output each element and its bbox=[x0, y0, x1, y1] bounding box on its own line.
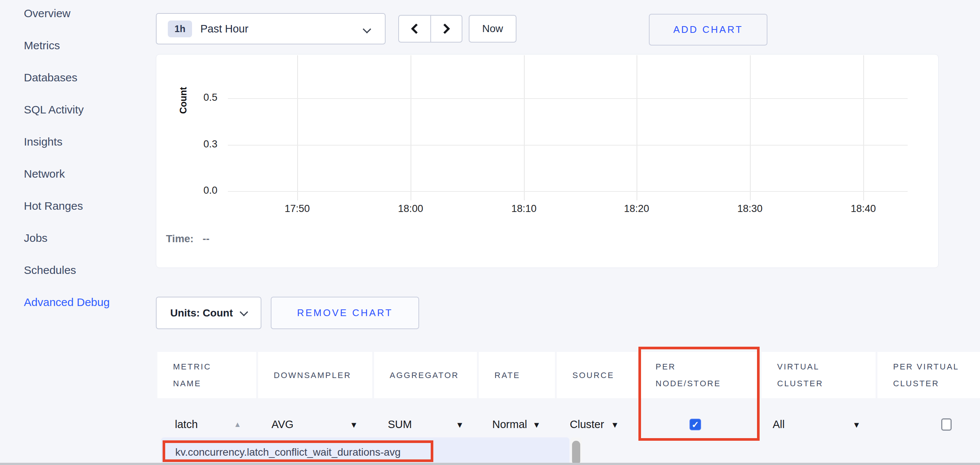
time-readout-value: -- bbox=[202, 233, 210, 244]
sidebar-item-insights[interactable]: Insights bbox=[24, 135, 151, 149]
dropdown-scrollbar-thumb[interactable] bbox=[572, 441, 580, 465]
x-gridline bbox=[863, 55, 864, 200]
aggregator-caret-icon[interactable]: ▼ bbox=[456, 420, 464, 430]
virtual-cluster-select[interactable]: All bbox=[773, 419, 784, 431]
now-button[interactable]: Now bbox=[469, 15, 517, 43]
x-gridline bbox=[524, 55, 525, 200]
virtual-cluster-caret-icon[interactable]: ▼ bbox=[853, 420, 861, 430]
metric-name-input[interactable]: latch bbox=[175, 419, 198, 431]
column-header-6: VIRTUAL CLUSTER bbox=[762, 352, 876, 398]
x-gridline bbox=[410, 55, 411, 200]
units-dropdown-label: Units: Count bbox=[170, 307, 233, 319]
y-tick-label: 0.0 bbox=[177, 185, 217, 196]
advanced-debug-custom-chart-page: OverviewMetricsDatabasesSQL ActivityInsi… bbox=[0, 0, 980, 465]
column-header-0: METRIC NAME bbox=[158, 352, 256, 398]
sidebar-item-databases[interactable]: Databases bbox=[24, 71, 151, 84]
add-chart-button[interactable]: ADD CHART bbox=[649, 14, 767, 46]
time-range-selector[interactable]: 1h Past Hour bbox=[156, 13, 386, 45]
column-header-5: PER NODE/STORE bbox=[640, 352, 758, 398]
time-range-label: Past Hour bbox=[200, 23, 248, 35]
x-gridline bbox=[750, 55, 751, 200]
units-dropdown[interactable]: Units: Count bbox=[156, 297, 261, 329]
sidebar-item-schedules[interactable]: Schedules bbox=[24, 264, 151, 277]
sidebar-item-overview[interactable]: Overview bbox=[24, 7, 151, 20]
column-header-3: RATE bbox=[479, 352, 555, 398]
y-gridline bbox=[228, 191, 908, 192]
per-node-store-checkbox[interactable]: ✓ bbox=[689, 419, 701, 430]
column-header-7: PER VIRTUAL CLUSTER bbox=[877, 352, 980, 398]
source-select[interactable]: Cluster bbox=[570, 419, 604, 431]
x-tick-label: 17:50 bbox=[285, 203, 310, 214]
metric-name-dropdown-open-icon[interactable]: ▲ bbox=[234, 420, 241, 429]
downsampler-caret-icon[interactable]: ▼ bbox=[350, 420, 358, 430]
chevron-down-icon bbox=[363, 25, 371, 34]
x-tick-label: 18:30 bbox=[737, 203, 763, 214]
y-gridline bbox=[228, 145, 908, 145]
y-tick-label: 0.5 bbox=[177, 92, 217, 103]
time-readout-label: Time: bbox=[166, 233, 194, 244]
sidebar-item-sql-activity[interactable]: SQL Activity bbox=[24, 103, 151, 117]
column-header-4: SOURCE bbox=[557, 352, 638, 398]
metric-suggestion-item[interactable]: kv.concurrency.latch_conflict_wait_durat… bbox=[175, 446, 401, 458]
time-step-buttons bbox=[398, 15, 462, 43]
aggregator-select[interactable]: SUM bbox=[388, 419, 412, 431]
y-tick-label: 0.3 bbox=[177, 139, 217, 150]
x-tick-label: 18:20 bbox=[624, 203, 649, 214]
y-gridline bbox=[228, 98, 908, 99]
source-caret-icon[interactable]: ▼ bbox=[611, 420, 619, 430]
next-time-button[interactable] bbox=[430, 16, 462, 42]
rate-select[interactable]: Normal bbox=[492, 419, 527, 431]
sidebar-item-network[interactable]: Network bbox=[24, 167, 151, 181]
chevron-right-icon bbox=[440, 24, 450, 34]
hover-time-readout: Time:-- bbox=[166, 233, 210, 245]
sidebar-item-advanced-debug[interactable]: Advanced Debug bbox=[24, 296, 151, 309]
x-tick-label: 18:40 bbox=[851, 203, 876, 214]
metric-suggestion-dropdown: kv.concurrency.latch_conflict_wait_durat… bbox=[161, 437, 570, 465]
remove-chart-button[interactable]: REMOVE CHART bbox=[271, 297, 419, 329]
x-tick-label: 18:00 bbox=[398, 203, 423, 214]
x-gridline bbox=[636, 55, 637, 200]
chevron-down-icon bbox=[240, 307, 248, 316]
screenshot-bottom-edge bbox=[0, 463, 980, 465]
per-virtual-cluster-checkbox[interactable] bbox=[941, 419, 952, 431]
previous-time-button[interactable] bbox=[399, 16, 430, 42]
chevron-left-icon bbox=[411, 24, 422, 34]
chart-card: Count Time:-- 17:5018:0018:1018:2018:301… bbox=[156, 54, 939, 268]
sidebar-item-hot-ranges[interactable]: Hot Ranges bbox=[24, 199, 151, 213]
sidebar-nav: OverviewMetricsDatabasesSQL ActivityInsi… bbox=[24, 7, 151, 328]
rate-caret-icon[interactable]: ▼ bbox=[533, 420, 541, 430]
x-tick-label: 18:10 bbox=[511, 203, 537, 214]
sidebar-item-metrics[interactable]: Metrics bbox=[24, 39, 151, 52]
chart-plot-area[interactable] bbox=[156, 54, 938, 268]
time-range-badge: 1h bbox=[168, 21, 192, 37]
column-header-1: DOWNSAMPLER bbox=[258, 352, 372, 398]
downsampler-select[interactable]: AVG bbox=[272, 419, 293, 431]
sidebar-item-jobs[interactable]: Jobs bbox=[24, 232, 151, 245]
x-gridline bbox=[297, 55, 298, 200]
column-header-2: AGGREGATOR bbox=[374, 352, 477, 398]
